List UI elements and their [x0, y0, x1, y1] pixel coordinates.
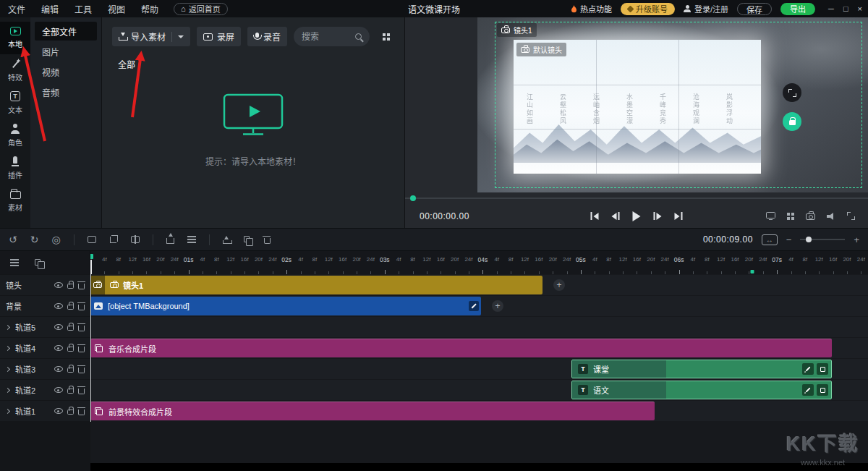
search-input[interactable]: [302, 32, 355, 42]
expand-track-icon[interactable]: [5, 366, 10, 371]
edit-icon[interactable]: [802, 363, 814, 375]
timeline-scrollbar[interactable]: [90, 463, 868, 471]
track-header-3[interactable]: 轨道5: [0, 317, 90, 337]
upgrade-account-button[interactable]: 升级账号: [621, 3, 675, 15]
canvas-button[interactable]: [88, 236, 96, 243]
chevron-down-icon[interactable]: [178, 35, 184, 38]
login-register-button[interactable]: 登录/注册: [684, 3, 728, 14]
track-header-6[interactable]: 轨道2: [0, 380, 90, 400]
sidebar-item-plugin[interactable]: 插件: [0, 152, 30, 184]
track-header-7[interactable]: 轨道1: [0, 401, 90, 421]
lock-track-icon[interactable]: [67, 305, 74, 310]
toggle-visibility-icon[interactable]: [54, 366, 63, 372]
delete-track-icon[interactable]: [78, 347, 85, 352]
video-slide[interactable]: 江山如画云壑松风远岫含烟水墨空濛千峰竞秀沧海观澜岚影浮动 默认镜头: [514, 40, 761, 174]
snapshot-icon[interactable]: [806, 213, 815, 220]
track-lane-4[interactable]: 音乐合成片段: [90, 338, 868, 358]
track-lane-7[interactable]: 前景特效合成片段: [90, 401, 868, 421]
play-button[interactable]: [633, 211, 641, 221]
track-manager-icon[interactable]: [10, 259, 19, 260]
toggle-visibility-icon[interactable]: [54, 324, 63, 330]
layers-button[interactable]: [187, 236, 196, 237]
delete-track-icon[interactable]: [78, 410, 85, 415]
copy-button[interactable]: [244, 236, 250, 242]
sidebar-item-local[interactable]: 本地: [0, 22, 30, 54]
search-box[interactable]: [294, 27, 370, 46]
preview-progress-bar[interactable]: [405, 198, 868, 199]
timeline-clip-composite[interactable]: 音乐合成片段: [90, 339, 832, 357]
lock-canvas-button[interactable]: [783, 112, 801, 131]
back-home-button[interactable]: ⌂ 返回首页: [174, 3, 228, 15]
toggle-visibility-icon[interactable]: [54, 345, 63, 351]
timeline-zoom-slider[interactable]: [800, 239, 845, 240]
track-lane-3[interactable]: [90, 317, 868, 337]
sidebar-item-effects[interactable]: 特效: [0, 54, 30, 87]
export-frame-button[interactable]: [166, 238, 174, 244]
lock-track-icon[interactable]: [67, 326, 74, 331]
track-lane-1[interactable]: 镜头1+: [90, 275, 868, 295]
expand-track-icon[interactable]: [5, 387, 10, 392]
crop-button[interactable]: [109, 235, 118, 244]
delete-track-icon[interactable]: [78, 368, 85, 373]
category-images[interactable]: 图片: [35, 42, 97, 61]
lock-track-icon[interactable]: [67, 368, 74, 373]
keyframe-button[interactable]: ◎: [51, 234, 60, 245]
expand-track-icon[interactable]: [5, 324, 10, 329]
save-button[interactable]: 保存: [737, 3, 772, 15]
timeline-clip-background[interactable]: [object TMBackground]: [90, 297, 481, 315]
scale-icon[interactable]: [469, 301, 479, 311]
grid-icon[interactable]: [787, 213, 794, 220]
timeline-lanes[interactable]: 镜头1+[object TMBackground]+音乐合成片段T课堂T语文前景…: [90, 274, 868, 471]
category-videos[interactable]: 视频: [35, 62, 97, 81]
progress-handle[interactable]: [410, 195, 416, 201]
lock-track-icon[interactable]: [67, 347, 74, 352]
playhead-handle[interactable]: [90, 254, 93, 259]
track-lane-6[interactable]: T语文: [90, 380, 868, 400]
volume-icon[interactable]: [827, 213, 835, 220]
toggle-visibility-icon[interactable]: [54, 282, 63, 288]
track-header-2[interactable]: 背景: [0, 296, 90, 316]
delete-button[interactable]: [264, 238, 271, 244]
skip-start-button[interactable]: [591, 212, 599, 220]
sidebar-item-text[interactable]: 文本: [0, 87, 30, 119]
redo-button[interactable]: ↻: [30, 234, 39, 245]
next-frame-button[interactable]: [654, 212, 662, 220]
category-audio[interactable]: 音频: [35, 82, 97, 101]
export-button[interactable]: 导出: [780, 3, 815, 15]
grid-view-button[interactable]: [376, 27, 396, 46]
add-clip-button[interactable]: +: [553, 279, 565, 291]
track-lane-2[interactable]: [object TMBackground]+: [90, 296, 868, 316]
duplicate-icon[interactable]: [35, 259, 41, 266]
video-canvas[interactable]: 江山如画云壑松风远岫含烟水墨空濛千峰竞秀沧海观澜岚影浮动 默认镜头 镜头1: [477, 17, 868, 192]
timeline-clip-composite[interactable]: 前景特效合成片段: [90, 402, 655, 420]
track-header-1[interactable]: 镜头: [0, 275, 90, 295]
toggle-visibility-icon[interactable]: [54, 303, 63, 309]
upload-button[interactable]: [223, 236, 231, 244]
add-clip-button[interactable]: +: [492, 300, 503, 312]
fit-timeline-button[interactable]: ↔: [762, 234, 778, 245]
timeline-clip-text[interactable]: T课堂: [571, 360, 832, 378]
zoom-out-button[interactable]: −: [786, 234, 792, 245]
menu-view[interactable]: 视图: [100, 3, 133, 15]
fit-canvas-button[interactable]: [783, 83, 801, 102]
sidebar-item-character[interactable]: 角色: [0, 119, 30, 152]
import-material-button[interactable]: 导入素材: [112, 27, 190, 46]
fullscreen-icon[interactable]: [847, 212, 855, 220]
category-all-files[interactable]: 全部文件: [35, 22, 97, 41]
expand-track-icon[interactable]: [5, 408, 10, 413]
hot-features-button[interactable]: 热点功能: [571, 3, 612, 14]
prev-frame-button[interactable]: [612, 212, 620, 220]
lock-track-icon[interactable]: [67, 284, 74, 289]
expand-track-icon[interactable]: [5, 345, 10, 350]
record-audio-button[interactable]: 录音: [247, 27, 287, 46]
edit-icon[interactable]: [802, 384, 814, 396]
toggle-visibility-icon[interactable]: [54, 408, 63, 414]
box-icon[interactable]: [817, 384, 828, 396]
menu-help[interactable]: 帮助: [133, 3, 166, 15]
track-header-4[interactable]: 轨道4: [0, 338, 90, 358]
lock-track-icon[interactable]: [67, 410, 74, 415]
zoom-slider-handle[interactable]: [806, 237, 812, 242]
lock-track-icon[interactable]: [67, 389, 74, 394]
split-button[interactable]: [131, 236, 140, 243]
delete-track-icon[interactable]: [78, 305, 85, 310]
